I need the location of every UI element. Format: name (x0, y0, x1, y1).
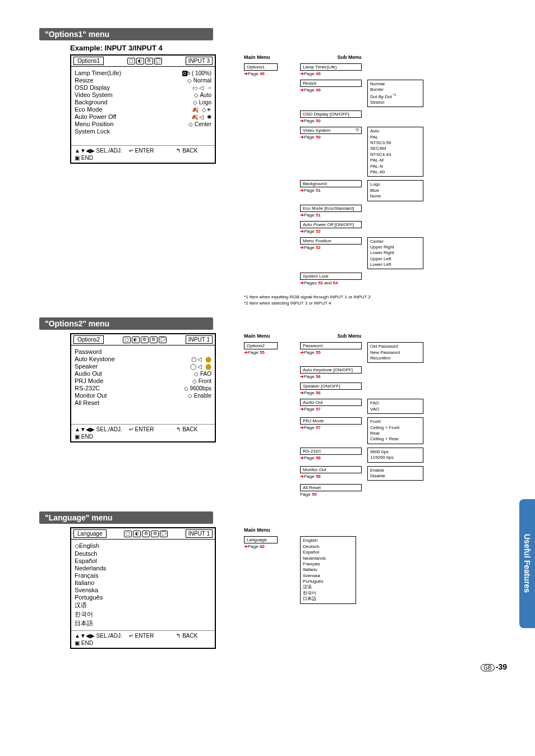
tree-item-page: Page 59 (300, 492, 367, 497)
osd1-bg: Background (75, 99, 108, 105)
osd2-pwd: Password (75, 348, 102, 355)
osd1-lamp: Lamp Timer(Life) (75, 70, 121, 76)
tree-sub-box: AutoPALNTSC3.58SECAMNTSC4.43PAL-MPAL-NPA… (367, 127, 423, 177)
osd2-mon-val: ◇ Enable (188, 393, 211, 399)
osd1-title: Options1 (73, 57, 104, 65)
tree-item-label: Auto Power Off [ON/OFF] (300, 221, 362, 228)
tree-item: Background➜Page 51LogoBlueNone (300, 180, 423, 201)
osd3-end: ▣ END (75, 640, 93, 646)
tree1-footnotes: *1 Item when inputting RGB signal throug… (244, 294, 423, 306)
tree-options2: Main Menu Sub Menu Options2 ➜Page 55 Pas… (244, 333, 423, 500)
tree-item: RS-232C➜Page 589600 bps115200 bps (300, 448, 423, 463)
tree1-h-main: Main Menu (244, 54, 270, 60)
tree-item-page: ➜Page 55 (300, 350, 367, 355)
osd1-auto: Auto Power Off (75, 113, 116, 120)
osd2-spk: Speaker (75, 363, 98, 370)
tree-item-page: ➜Page 51 (300, 188, 367, 193)
tree-item: All ResetPage 59 (300, 484, 423, 497)
tree-item-label: PRJ Mode (300, 417, 362, 425)
osd1-tab-icons: ▢◐⚙💬 (127, 58, 162, 64)
osd1-osd: OSD Display (75, 84, 110, 91)
section-options1: "Options1" menu (39, 28, 213, 40)
osd1-video-val: ◇ Auto (194, 92, 211, 98)
tree2-main-page: ➜Page 55 (244, 350, 289, 355)
tree-item-label: Monitor Out (300, 466, 362, 473)
osd3-lang-item: Español (75, 557, 211, 564)
tree3-sub: EnglishDeutschEspañolNederlandsFrançaisI… (300, 536, 356, 603)
osd3-lang-item: 한국어 (75, 610, 211, 619)
tree-item-label: RS-232C (300, 448, 362, 455)
osd2-enter: ↵ ENTER (129, 426, 154, 432)
osd1-bg-val: ◇ Logo (193, 99, 211, 105)
osd3-footer: ▲▼◀▶ SEL./ADJ. ↵ ENTER ↰ BACK ▣ END (71, 630, 215, 648)
tree-item: Speaker [ON/OFF]➜Page 56 (300, 382, 423, 395)
tree2-h-sub: Sub Menu (338, 333, 362, 339)
osd1-enter: ↵ ENTER (129, 147, 154, 154)
osd2-audio: Audio Out (75, 370, 102, 377)
osd1-eco-val: 🍂 ◇☀ (192, 107, 211, 113)
osd2-prj: PRJ Mode (75, 377, 103, 384)
tree-item-page: ➜Pages 53 and 54 (300, 280, 367, 285)
osd1-end: ▣ END (75, 155, 93, 161)
tree-item-page: ➜Page 51 (300, 213, 367, 218)
tree-sub-box: Old PasswordNew PasswordReconfirm (367, 342, 423, 363)
tree-sub-box: FAOVAO (367, 399, 423, 414)
tree-item: Eco Mode [Eco/Standard]➜Page 51 (300, 205, 423, 218)
tree-sub-box: CenterUpper RightLower RightUpper LeftLo… (367, 237, 423, 270)
osd2-input: INPUT 1 (186, 335, 213, 344)
osd2-sel: ▲▼◀▶ SEL./ADJ. (75, 426, 122, 432)
tree-item-page: ➜Page 56 (300, 390, 367, 395)
osd3-lang-item: ◇English (75, 542, 211, 550)
osd3-back: ↰ BACK (176, 633, 197, 639)
tree-item-page: ➜Page 58 (300, 474, 367, 479)
tree-item-label: Password (300, 342, 362, 349)
osd2-mon: Monitor Out (75, 392, 107, 399)
tree-sub-box: EnableDisable (367, 466, 423, 481)
tree-item-page: ➜Page 58 (300, 455, 367, 460)
tree-item: PRJ Mode➜Page 57FrontCeiling + FrontRear… (300, 417, 423, 444)
osd1-resize-val: ◇ Normal (187, 77, 211, 84)
tree-item-page: ➜Page 50 (300, 118, 367, 123)
osd1-footer: ▲▼◀▶ SEL./ADJ. ↵ ENTER ↰ BACK ▣ END (71, 145, 215, 163)
osd2-rs: RS-232C (75, 385, 100, 391)
tree3-main-page: ➜Page 60 (244, 544, 289, 549)
tree1-h-sub: Sub Menu (338, 54, 362, 60)
osd3-lang-item: Italiano (75, 579, 211, 586)
osd3-lang-item: Deutsch (75, 550, 211, 557)
tree-item-page: ➜Page 57 (300, 407, 367, 412)
tree-item: Monitor Out➜Page 58EnableDisable (300, 466, 423, 481)
osd2-prj-val: ◇ Front (192, 378, 211, 384)
osd-language: Language ▢◐⚙⚙💬 INPUT 1 ◇EnglishDeutschEs… (70, 527, 216, 649)
tree3-h-main: Main Menu (244, 527, 270, 533)
osd2-spk-val: ◯ ◁ ⬤ (190, 363, 211, 370)
tree-item-label: OSD Display [ON/OFF] (300, 110, 362, 118)
osd1-lamp-val: 0h ( 100%) (182, 70, 211, 76)
osd2-rs-val: ◇ 9600bps (184, 385, 211, 391)
tree-item-label: All Reset (300, 484, 362, 491)
tree-item-page: ➜Page 57 (300, 425, 367, 430)
osd3-sel: ▲▼◀▶ SEL./ADJ. (75, 633, 122, 639)
osd2-title: Options2 (73, 335, 104, 344)
section-language: "Language" menu (39, 511, 213, 524)
tree-item-page: ➜Page 50 (300, 135, 367, 140)
tree-item-page: ➜Page 52 (300, 245, 367, 250)
tree-item-page: ➜Page 49 (300, 87, 367, 93)
tree-item-page: ➜Page 56 (300, 374, 367, 379)
osd3-lang-item: 日本語 (75, 619, 211, 628)
tree-item: Video System*2➜Page 50AutoPALNTSC3.58SEC… (300, 127, 423, 177)
tree-item-label: Resize (300, 80, 362, 87)
tree-options1: Main Menu Sub Menu Options1 ➜Page 49 Lam… (244, 54, 423, 306)
osd3-enter: ↵ ENTER (129, 633, 154, 639)
tree-sub-box: FrontCeiling + FrontRearCeiling + Rear (367, 417, 423, 444)
tree-item: Auto Power Off [ON/OFF]➜Page 52 (300, 221, 423, 234)
example-label: Example: INPUT 3/INPUT 4 (70, 44, 501, 52)
osd2-ak: Auto Keystone (75, 356, 115, 362)
tree-item-label: Speaker [ON/OFF] (300, 382, 362, 390)
tree-item: OSD Display [ON/OFF]➜Page 50 (300, 110, 423, 123)
osd-options2: Options2 ▢◐⚙⚙💬 INPUT 1 Password Auto Key… (70, 333, 216, 442)
tree-sub-box: 9600 bps115200 bps (367, 448, 423, 463)
osd3-input: INPUT 1 (186, 529, 213, 538)
tree1-main: Options1 (244, 63, 278, 71)
tree-item: Password➜Page 55Old PasswordNew Password… (300, 342, 423, 363)
osd1-lock: System Lock (75, 128, 110, 135)
